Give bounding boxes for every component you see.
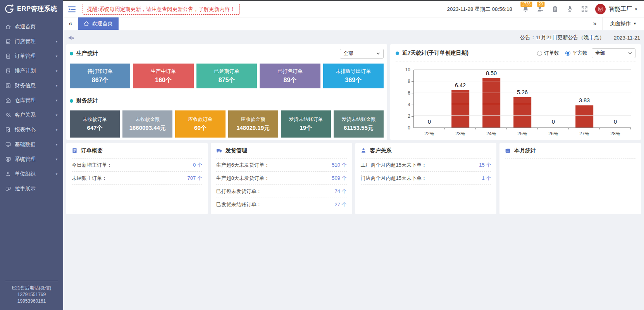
summary-row-label: 门店两个月内超15天未下单： — [361, 175, 427, 182]
summary-row-value[interactable]: 707 个 — [187, 175, 202, 182]
stat-card-待打印订单[interactable]: 待打印订单867个 — [70, 64, 130, 88]
bar-27号[interactable] — [575, 105, 593, 127]
sidebar-item-客户关系[interactable]: 客户关系▼ — [0, 108, 63, 122]
stat-card-生产中订单[interactable]: 生产中订单160个 — [133, 64, 193, 88]
sidebar: ERP管理系统 欢迎首页门店管理▼订单管理▼排产计划▼财务信息▼仓库管理▼客户关… — [0, 0, 63, 310]
x-axis-tick-label: 23号 — [445, 131, 476, 137]
summary-row-value[interactable]: 15 个 — [479, 162, 491, 169]
stat-card-发货未结账金额[interactable]: 发货未结账金额61153.55元 — [334, 110, 384, 138]
production-filter-select[interactable]: 全部 — [340, 49, 384, 59]
stat-card-应收款订单[interactable]: 应收款订单60个 — [175, 110, 225, 138]
summary-row-value[interactable]: 74 个 — [334, 188, 346, 195]
radio-平方数[interactable]: 平方数 — [565, 50, 587, 57]
summary-row-label: 生产超6天未发货订单： — [216, 162, 269, 169]
summary-card-header: 订单概要 — [72, 143, 202, 158]
gridline — [414, 104, 631, 104]
stat-card-value: 160个 — [155, 76, 172, 84]
bar-value-label: 0 — [552, 119, 555, 125]
summary-row-label: 生产超8天未发货订单： — [216, 175, 269, 182]
user-avatar[interactable] — [595, 4, 606, 14]
stat-card-已打包订单[interactable]: 已打包订单89个 — [260, 64, 320, 88]
bar-25号[interactable] — [513, 97, 531, 127]
sidebar-item-系统管理[interactable]: 系统管理▼ — [0, 152, 63, 167]
summary-card-header: 客户关系 — [361, 143, 491, 158]
clipboard-button[interactable] — [551, 5, 559, 13]
sidebar-item-label: 订单管理 — [15, 53, 36, 60]
customer-relation-icon — [361, 148, 367, 153]
datetime-display: 2023-11-28 星期二 08:56:18 — [447, 6, 512, 13]
chart-filter-select[interactable]: 全部 — [592, 48, 635, 58]
sidebar-item-label: 基础数据 — [15, 141, 36, 148]
y-axis-tick — [412, 70, 413, 70]
tabs-scroll-left-button[interactable]: « — [63, 17, 78, 30]
stat-card-label: 已打包订单 — [277, 68, 303, 75]
speaker-icon[interactable] — [68, 34, 74, 41]
sidebar-item-报表中心[interactable]: 报表中心▼ — [0, 122, 63, 137]
y-axis-tick-label: 10 — [396, 67, 410, 72]
announcement-row: 公告：11月21日更新公告（晚十点） 2023-11-21 — [66, 33, 641, 42]
production-dot-icon — [70, 52, 73, 55]
stat-card-已延期订单[interactable]: 已延期订单875个 — [196, 64, 257, 88]
stat-card-未排版导出订单[interactable]: 未排版导出订单369个 — [323, 64, 384, 88]
bar-24号[interactable] — [482, 78, 500, 127]
sidebar-item-基础数据[interactable]: 基础数据▼ — [0, 137, 63, 152]
menu-collapse-icon[interactable] — [68, 6, 76, 13]
bar-23号[interactable] — [451, 90, 469, 127]
tab-welcome-home[interactable]: 欢迎首页 — [78, 17, 119, 30]
stat-card-发货未结账订单[interactable]: 发货未结账订单19个 — [281, 110, 331, 138]
tab-bar: « 欢迎首页 » 页面操作 ▼ — [63, 17, 644, 30]
page-actions-dropdown[interactable]: 页面操作 ▼ — [602, 17, 644, 30]
y-axis-tick-label: 8 — [396, 79, 410, 84]
production-stats-header: 生产统计 全部 — [70, 48, 384, 59]
notification-bell-button[interactable]: 1726 — [522, 5, 529, 13]
summary-card-客户关系: 客户关系工厂两个月内超15天未下单：15 个门店两个月内超15天未下单：1 个 — [355, 143, 497, 214]
x-axis-tick-label: 25号 — [507, 131, 538, 137]
sidebar-item-仓库管理[interactable]: 仓库管理▼ — [0, 93, 63, 108]
x-axis-tick — [630, 127, 631, 129]
stat-card-应收款金额[interactable]: 应收款金额148029.19元 — [228, 110, 278, 138]
summary-card-本月统计: 本月统计 — [499, 143, 641, 214]
radio-label: 平方数 — [572, 50, 587, 57]
user-name[interactable]: 智能工厂 — [609, 5, 632, 13]
announcement-text[interactable]: 公告：11月21日更新公告（晚十点） — [520, 34, 604, 41]
fullscreen-button[interactable] — [581, 5, 588, 13]
chart-bar-slot: 0 — [538, 70, 569, 127]
expand-caret-icon: ▼ — [55, 69, 58, 73]
summary-row-value[interactable]: 27 个 — [334, 201, 346, 208]
summary-row-label: 工厂两个月内超15天未下单： — [361, 162, 427, 169]
stat-card-未收款订单[interactable]: 未收款订单647个 — [70, 110, 120, 138]
sidebar-item-单位组织[interactable]: 单位组织▼ — [0, 167, 63, 181]
radio-circle-icon — [537, 51, 542, 56]
user-menu-caret-icon[interactable]: ▼ — [634, 7, 638, 11]
stat-card-value: 867个 — [92, 76, 108, 84]
microphone-button[interactable] — [566, 5, 573, 13]
stat-card-label: 应收款订单 — [188, 116, 213, 123]
x-axis-tick-label: 22号 — [414, 131, 445, 137]
stat-card-label: 应收款金额 — [241, 116, 265, 123]
summary-row-value[interactable]: 0 个 — [193, 162, 202, 169]
x-axis-tick — [599, 127, 600, 129]
summary-row-item: 已发货未结账订单：27 个 — [216, 198, 347, 211]
user-message-button[interactable]: 20 — [537, 5, 544, 13]
summary-row-label: 已发货未结账订单： — [216, 201, 262, 208]
sidebar-item-排产计划[interactable]: 排产计划▼ — [0, 64, 63, 78]
page-actions-caret-icon: ▼ — [633, 22, 637, 26]
month-stats-icon — [505, 148, 511, 153]
sidebar-item-拉手展示[interactable]: 拉手展示 — [0, 181, 63, 196]
microphone-icon — [566, 5, 573, 13]
stat-card-未收款金额[interactable]: 未收款金额1660093.44元 — [122, 110, 172, 138]
summary-row-value[interactable]: 509 个 — [332, 175, 346, 182]
chart-dot-icon — [396, 52, 399, 55]
tabs-scroll-right-button[interactable]: » — [587, 17, 602, 30]
expand-caret-icon: ▼ — [55, 114, 58, 117]
sidebar-item-财务信息[interactable]: 财务信息▼ — [0, 78, 63, 93]
sidebar-item-订单管理[interactable]: 订单管理▼ — [0, 49, 63, 64]
radio-订单数[interactable]: 订单数 — [537, 50, 559, 57]
sidebar-item-门店管理[interactable]: 门店管理▼ — [0, 34, 63, 49]
shipping-icon — [216, 148, 222, 153]
chart-title: 近7天统计(子订单创建日期) — [402, 50, 468, 57]
summary-row-value[interactable]: 1 个 — [482, 175, 491, 182]
sidebar-item-欢迎首页[interactable]: 欢迎首页 — [0, 19, 63, 34]
sidebar-item-label: 单位组织 — [15, 170, 36, 177]
summary-row-value[interactable]: 510 个 — [332, 162, 346, 169]
